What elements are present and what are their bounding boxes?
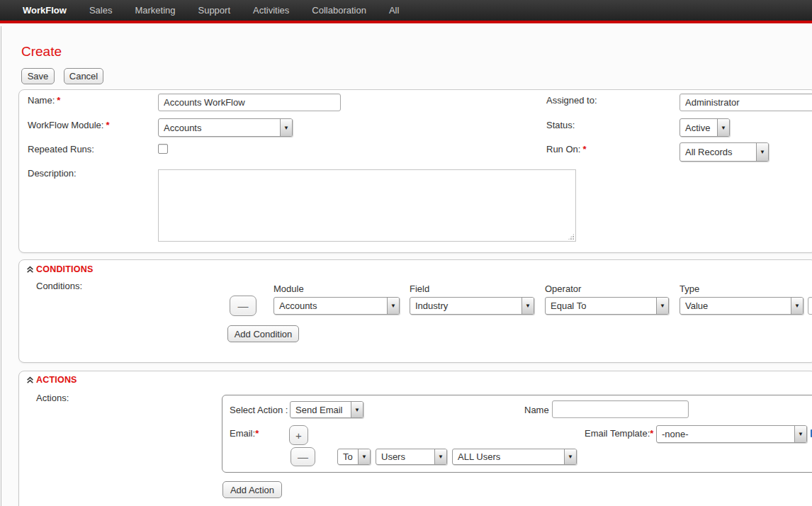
action-name-input[interactable] <box>552 400 689 418</box>
workflow-module-label-text: WorkFlow Module: <box>28 120 103 130</box>
add-recipient-button[interactable]: + <box>289 425 308 445</box>
nav-item-collaboration[interactable]: Collaboration <box>300 0 378 22</box>
add-action-button[interactable]: Add Action <box>222 481 282 498</box>
condition-field-value: Industry <box>410 298 521 314</box>
nav-item-all[interactable]: All <box>378 0 410 22</box>
plus-icon: + <box>295 429 302 442</box>
minus-icon: — <box>238 300 249 312</box>
name-required-marker: * <box>57 95 60 106</box>
select-action-value: Send Email <box>291 402 351 417</box>
description-textarea[interactable] <box>158 169 576 242</box>
column-header-field: Field <box>410 283 429 294</box>
email-template-label-text: Email Template: <box>585 428 650 439</box>
run-on-label: Run On:* <box>546 144 586 155</box>
conditions-group-label: Conditions: <box>36 281 82 292</box>
dropdown-arrow-icon: ▼ <box>756 143 768 161</box>
email-required-marker: * <box>255 428 259 439</box>
run-on-select-value: All Records <box>680 143 756 161</box>
column-header-module: Module <box>274 283 304 294</box>
name-label: Name:* <box>28 95 60 106</box>
recipient-type-select[interactable]: Users ▼ <box>376 449 447 465</box>
email-template-select[interactable]: -none- ▼ <box>656 425 807 443</box>
column-header-operator: Operator <box>545 283 581 294</box>
status-select[interactable]: Active ▼ <box>680 118 730 137</box>
conditions-section-header[interactable]: CONDITIONS <box>26 264 93 274</box>
dropdown-arrow-icon: ▼ <box>358 449 370 464</box>
minus-icon: — <box>298 451 308 463</box>
dropdown-arrow-icon: ▼ <box>791 298 803 314</box>
column-header-type: Type <box>680 283 699 294</box>
repeated-runs-checkbox[interactable] <box>158 144 168 154</box>
condition-operator-select[interactable]: Equal To ▼ <box>545 297 669 315</box>
dropdown-arrow-icon: ▼ <box>351 402 363 417</box>
workflow-name-input[interactable] <box>158 94 341 111</box>
description-label: Description: <box>28 168 77 179</box>
dropdown-arrow-icon: ▼ <box>656 298 668 314</box>
nav-item-activities[interactable]: Activities <box>242 0 300 22</box>
run-on-label-text: Run On: <box>546 144 580 154</box>
action-item-panel: Select Action : Send Email ▼ Name : Emai… <box>222 395 812 473</box>
top-nav: WorkFlow Sales Marketing Support Activit… <box>0 0 812 23</box>
conditions-box: CONDITIONS Conditions: Module Field Oper… <box>18 259 812 363</box>
email-template-value: -none- <box>657 426 794 442</box>
condition-module-select[interactable]: Accounts ▼ <box>274 297 400 315</box>
condition-value-input[interactable] <box>808 297 812 315</box>
recipient-to-select[interactable]: To ▼ <box>337 449 371 465</box>
recipient-type-value: Users <box>376 449 434 464</box>
remove-recipient-button[interactable]: — <box>291 447 315 466</box>
dropdown-arrow-icon: ▼ <box>280 119 292 136</box>
module-required-marker: * <box>106 120 109 130</box>
email-template-label: Email Template:* <box>585 428 653 439</box>
nav-item-workflow[interactable]: WorkFlow <box>11 0 78 22</box>
email-label-text: Email: <box>230 428 255 439</box>
conditions-section-title: CONDITIONS <box>36 264 93 274</box>
name-label-text: Name: <box>28 95 55 106</box>
workflow-module-select[interactable]: Accounts ▼ <box>158 118 293 137</box>
dropdown-arrow-icon: ▼ <box>717 119 729 136</box>
page-title: Create <box>21 44 62 60</box>
collapse-chevrons-icon[interactable] <box>26 376 34 384</box>
dropdown-arrow-icon: ▼ <box>564 449 576 464</box>
select-action-label: Select Action : <box>230 405 288 416</box>
condition-field-select[interactable]: Industry ▼ <box>410 297 534 315</box>
save-button[interactable]: Save <box>21 68 55 84</box>
run-on-select[interactable]: All Records ▼ <box>680 142 769 162</box>
assigned-to-label: Assigned to: <box>546 95 597 106</box>
actions-box: ACTIONS Actions: Select Action : Send Em… <box>18 371 812 506</box>
status-label: Status: <box>546 120 575 131</box>
workflow-module-select-value: Accounts <box>159 119 280 136</box>
dropdown-arrow-icon: ▼ <box>387 298 399 314</box>
assigned-to-input[interactable] <box>680 94 812 111</box>
nav-item-marketing[interactable]: Marketing <box>123 0 186 22</box>
page-left-border <box>1 26 1 506</box>
dropdown-arrow-icon: ▼ <box>521 298 534 314</box>
action-name-label: Name : <box>524 405 554 416</box>
email-template-required-marker: * <box>650 428 653 439</box>
email-label: Email:* <box>230 428 259 439</box>
actions-group-label: Actions: <box>36 393 69 404</box>
dropdown-arrow-icon: ▼ <box>794 426 806 442</box>
select-action-select[interactable]: Send Email ▼ <box>290 401 363 418</box>
recipient-to-value: To <box>338 449 358 464</box>
status-select-value: Active <box>680 119 717 136</box>
condition-operator-value: Equal To <box>546 298 656 314</box>
condition-module-value: Accounts <box>274 298 387 314</box>
workflow-details-box: Name:* Assigned to: WorkFlow Module:* Ac… <box>18 89 812 253</box>
nav-item-support[interactable]: Support <box>186 0 242 22</box>
dropdown-arrow-icon: ▼ <box>434 449 446 464</box>
nav-item-sales[interactable]: Sales <box>78 0 124 22</box>
repeated-runs-label: Repeated Runs: <box>28 144 94 155</box>
actions-section-header[interactable]: ACTIONS <box>26 375 77 385</box>
add-condition-button[interactable]: Add Condition <box>227 325 299 342</box>
recipient-users-value: ALL Users <box>453 449 564 464</box>
actions-section-title: ACTIONS <box>36 375 77 385</box>
cancel-button[interactable]: Cancel <box>64 68 103 84</box>
run-on-required-marker: * <box>582 144 586 154</box>
condition-type-select[interactable]: Value ▼ <box>680 297 803 315</box>
condition-type-value: Value <box>680 298 791 314</box>
workflow-module-label: WorkFlow Module:* <box>28 120 109 131</box>
remove-condition-button[interactable]: — <box>230 296 256 316</box>
collapse-chevrons-icon[interactable] <box>26 266 34 274</box>
recipient-users-select[interactable]: ALL Users ▼ <box>452 449 577 465</box>
